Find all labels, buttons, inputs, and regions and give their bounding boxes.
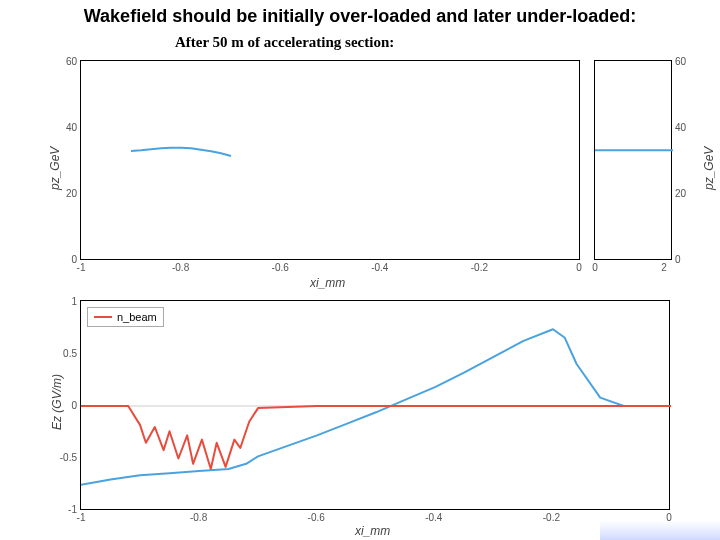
tick: 0 xyxy=(71,400,77,411)
tick: 1 xyxy=(71,296,77,307)
xlabel-xi-bottom: xi_mm xyxy=(355,524,390,538)
footer-gradient xyxy=(600,520,720,540)
tick: -0.8 xyxy=(172,262,189,273)
tick: -0.6 xyxy=(272,262,289,273)
tick: 2 xyxy=(661,262,667,273)
legend-label-nbeam: n_beam xyxy=(117,311,157,323)
legend-swatch-nbeam xyxy=(94,316,112,318)
ez-plot: n_beam -1 -0.5 0 0.5 1 -1 -0.8 -0.6 -0.4… xyxy=(80,300,670,510)
tick: -0.6 xyxy=(308,512,325,523)
tick: -0.5 xyxy=(60,452,77,463)
pz-vs-xi-plot: 0 20 40 60 -1 -0.8 -0.6 -0.4 -0.2 0 xyxy=(80,60,580,260)
tick: 0.5 xyxy=(63,348,77,359)
tick: 0 xyxy=(592,262,598,273)
pz-vs-xi-svg xyxy=(81,61,581,261)
ylabel-pz-right: pz_GeV xyxy=(702,147,716,190)
legend: n_beam xyxy=(87,307,164,327)
slide-subtitle: After 50 m of accelerating section: xyxy=(175,34,394,51)
pz-marginal-plot: 0 20 40 60 0 2 xyxy=(594,60,672,260)
ylabel-ez: Ez (GV/m) xyxy=(50,374,64,430)
tick: -0.8 xyxy=(190,512,207,523)
tick: 60 xyxy=(675,56,686,67)
tick: 20 xyxy=(66,188,77,199)
tick: -1 xyxy=(77,512,86,523)
xlabel-xi-top: xi_mm xyxy=(310,276,345,290)
slide: Wakefield should be initially over-loade… xyxy=(0,0,720,540)
tick: 20 xyxy=(675,188,686,199)
ez-svg xyxy=(81,301,671,511)
tick: 0 xyxy=(576,262,582,273)
pz-marginal-svg xyxy=(595,61,673,261)
tick: 60 xyxy=(66,56,77,67)
tick: 0 xyxy=(675,254,681,265)
tick: -0.4 xyxy=(371,262,388,273)
tick: 40 xyxy=(675,121,686,132)
tick: -0.4 xyxy=(425,512,442,523)
ylabel-pz: pz_GeV xyxy=(48,147,62,190)
tick: 40 xyxy=(66,121,77,132)
tick: -0.2 xyxy=(471,262,488,273)
tick: -0.2 xyxy=(543,512,560,523)
tick: -1 xyxy=(77,262,86,273)
slide-title: Wakefield should be initially over-loade… xyxy=(0,6,720,27)
